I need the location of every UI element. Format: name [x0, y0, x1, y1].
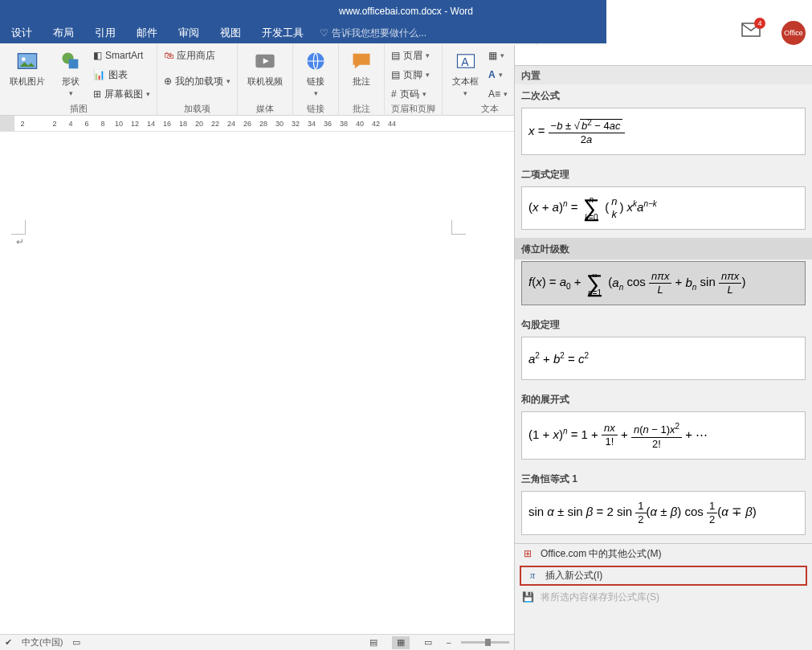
online-video-button[interactable]: 联机视频: [244, 47, 286, 89]
pagenum-button[interactable]: #页码: [391, 85, 430, 103]
link-icon: [303, 48, 328, 74]
equation-expansion[interactable]: (1 + x)n = 1 + nx1! + n(n − 1)x22! + ⋯: [521, 411, 806, 459]
wordart-icon: A: [488, 69, 496, 80]
comment-icon: [349, 48, 374, 74]
group-label: 插图: [6, 103, 150, 116]
save-icon: 💾: [521, 591, 534, 603]
dropcap-icon: A≡: [488, 88, 500, 100]
screenshot-button[interactable]: ⊞屏幕截图: [93, 85, 150, 103]
wordart-button[interactable]: A: [488, 66, 508, 84]
group-links: 链接 链接: [293, 43, 339, 116]
window-title: www.officebai.com.docx - Word: [339, 6, 473, 17]
shapes-button[interactable]: 形状: [55, 47, 87, 99]
web-layout-button[interactable]: ▭: [419, 636, 437, 649]
print-layout-button[interactable]: ▦: [392, 636, 410, 649]
tab-design[interactable]: 设计: [6, 22, 37, 43]
tab-devtools[interactable]: 开发工具: [257, 22, 308, 43]
equation-category: 二项式定理: [515, 163, 812, 185]
shapes-icon: [58, 48, 84, 74]
group-label: 媒体: [244, 103, 286, 116]
equation-category: 和的展开式: [515, 388, 812, 410]
tab-view[interactable]: 视图: [215, 22, 246, 43]
group-illustrations: 联机图片 形状 ◧SmartArt 📊图表 ⊞屏幕截图 插图: [0, 43, 157, 116]
textbox-icon: A: [453, 48, 479, 74]
mail-icon[interactable]: 4: [741, 22, 761, 41]
page-corner: [451, 220, 466, 235]
tab-references[interactable]: 引用: [90, 22, 120, 43]
smartart-icon: ◧: [93, 50, 102, 61]
pagenum-icon: #: [391, 88, 397, 100]
store-icon: 🛍: [164, 50, 173, 61]
zoom-slider[interactable]: [461, 641, 509, 644]
equation-binomial[interactable]: (x + a)n = ∑nk=0 (nk) xkan−k: [521, 186, 806, 230]
equation-category: 二次公式: [515, 84, 812, 106]
header-button[interactable]: ▤页眉: [391, 47, 430, 64]
equation-quadratic[interactable]: x = −b ± √b2 − 4ac2a: [521, 108, 806, 155]
equation-trig1[interactable]: sin α ± sin β = 2 sin 12(α ± β) cos 12(α…: [521, 491, 806, 535]
video-icon: [252, 48, 278, 74]
app-store-button[interactable]: 🛍应用商店: [164, 47, 231, 64]
save-to-gallery: 💾 将所选内容保存到公式库(S): [515, 587, 812, 607]
footer-icon: ▤: [391, 69, 400, 80]
equation-category: 勾股定理: [515, 313, 812, 335]
chart-button[interactable]: 📊图表: [93, 66, 150, 84]
group-comments: 批注 批注: [339, 43, 385, 116]
tab-layout[interactable]: 布局: [48, 22, 79, 43]
status-bar: ✔ 中文(中国) ▭ ▤ ▦ ▭ −: [0, 634, 514, 650]
group-label: 页眉和页脚: [391, 103, 435, 116]
links-button[interactable]: 链接: [300, 47, 332, 99]
macro-icon[interactable]: ▭: [72, 637, 80, 648]
quickparts-button[interactable]: ▦: [488, 47, 508, 64]
group-label: 加载项: [164, 103, 231, 116]
gallery-section-label: 内置: [515, 66, 812, 84]
svg-text:A: A: [461, 55, 469, 68]
document-area[interactable]: ↵: [0, 132, 514, 634]
equation-category: 傅立叶级数: [515, 238, 812, 260]
svg-rect-3: [69, 59, 79, 69]
read-mode-button[interactable]: ▤: [365, 636, 382, 649]
textbox-button[interactable]: A 文本框: [449, 47, 482, 99]
equation-category: 三角恒等式 1: [515, 468, 812, 489]
equation-gallery: 内置 二次公式 x = −b ± √b2 − 4ac2a 二项式定理 (x + …: [514, 45, 812, 650]
header-icon: ▤: [391, 50, 400, 61]
browser-top-strip: 4 Office: [606, 0, 812, 45]
lightbulb-icon: ♡: [320, 27, 328, 39]
dropcap-button[interactable]: A≡: [488, 85, 508, 103]
insert-new-equation[interactable]: π 插入新公式(I): [520, 566, 807, 586]
tell-me[interactable]: ♡ 告诉我您想要做什么...: [320, 27, 426, 40]
spellcheck-icon[interactable]: ✔: [5, 637, 12, 648]
group-addins: 🛍应用商店 ⊕我的加载项 加载项: [157, 43, 238, 116]
svg-point-1: [22, 57, 26, 61]
office-icon: ⊞: [521, 547, 534, 560]
tab-review[interactable]: 审阅: [173, 22, 204, 43]
equation-pythagoras[interactable]: a2 + b2 = c2: [521, 337, 806, 380]
group-media: 联机视频 媒体: [238, 43, 293, 116]
footer-button[interactable]: ▤页脚: [391, 66, 430, 84]
mail-badge: 4: [754, 18, 765, 29]
online-pictures-button[interactable]: 联机图片: [6, 47, 48, 89]
group-label: 批注: [345, 103, 377, 116]
group-label: 链接: [300, 103, 332, 116]
paragraph-mark: ↵: [16, 236, 24, 247]
comment-button[interactable]: 批注: [345, 47, 377, 89]
tab-mail[interactable]: 邮件: [132, 22, 162, 43]
gallery-footer: ⊞ Office.com 中的其他公式(M) π 插入新公式(I) 💾 将所选内…: [515, 543, 812, 607]
language-indicator[interactable]: 中文(中国): [22, 636, 63, 648]
chart-icon: 📊: [93, 69, 105, 80]
smartart-button[interactable]: ◧SmartArt: [93, 47, 150, 64]
equation-fourier[interactable]: f(x) = a0 + ∑∞n=1 (an cos nπxL + bn sin …: [521, 261, 806, 305]
pi-icon: π: [526, 569, 539, 582]
my-addins-button[interactable]: ⊕我的加载项: [164, 72, 231, 90]
screenshot-icon: ⊞: [93, 88, 101, 100]
addins-icon: ⊕: [164, 76, 172, 87]
group-headerfooter: ▤页眉 ▤页脚 #页码 页眉和页脚: [385, 43, 443, 116]
page-corner: [11, 220, 26, 235]
office-badge[interactable]: Office: [781, 21, 806, 45]
more-equations-link[interactable]: ⊞ Office.com 中的其他公式(M): [515, 544, 812, 564]
online-pictures-icon: [14, 48, 40, 74]
zoom-out-button[interactable]: −: [447, 638, 451, 648]
quickparts-icon: ▦: [488, 50, 497, 61]
